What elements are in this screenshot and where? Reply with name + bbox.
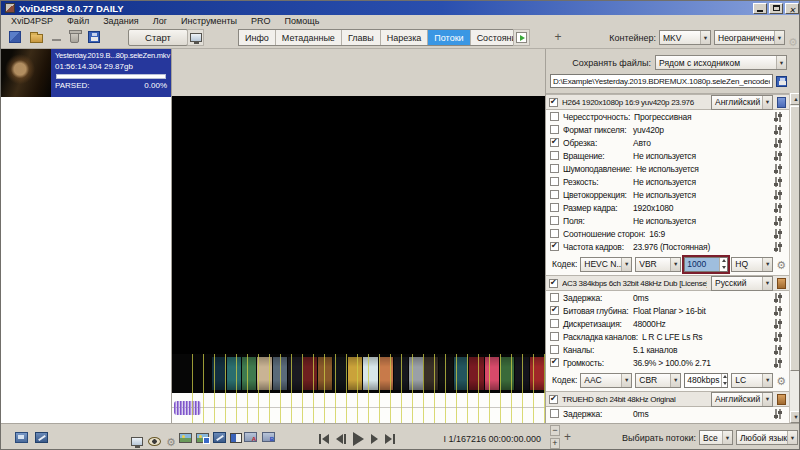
profile-select[interactable]: HQ [731, 257, 773, 272]
setting-checkbox[interactable] [550, 293, 559, 302]
play-button[interactable] [353, 432, 364, 446]
codec-settings-gear-icon[interactable] [776, 371, 786, 389]
next-frame-button[interactable] [371, 434, 378, 444]
filter-settings-icon[interactable] [773, 125, 783, 135]
setting-checkbox[interactable] [550, 345, 559, 354]
compare-b-icon[interactable] [262, 432, 275, 442]
setting-checkbox[interactable] [550, 319, 559, 328]
language-filter-select[interactable]: Любой язык [736, 430, 798, 445]
filter-settings-icon[interactable] [773, 138, 783, 148]
container-limit-select[interactable]: Неограниченн... [714, 30, 785, 45]
log-book-icon[interactable] [230, 433, 242, 443]
setting-checkbox[interactable] [550, 229, 559, 238]
tab-metadata[interactable]: Метаданные [276, 30, 342, 45]
setting-checkbox[interactable] [550, 358, 559, 367]
bitrate-spinner[interactable] [721, 374, 727, 387]
frame-save-icon[interactable] [15, 432, 28, 443]
setting-checkbox[interactable] [550, 409, 559, 418]
filter-settings-icon[interactable] [773, 151, 783, 161]
setting-checkbox[interactable] [550, 112, 559, 121]
preview-eye-icon[interactable] [148, 437, 161, 446]
start-button[interactable]: Старт [128, 29, 188, 46]
menu-item-tasks[interactable]: Задания [96, 16, 146, 26]
go-last-frame-button[interactable] [385, 434, 395, 444]
setting-checkbox[interactable] [550, 151, 559, 160]
setting-checkbox[interactable] [550, 216, 559, 225]
setting-checkbox[interactable] [550, 138, 559, 147]
filter-settings-icon[interactable] [773, 164, 783, 174]
filter-settings-icon[interactable] [773, 112, 783, 122]
menu-item-xvid4psp[interactable]: XviD4PSP [4, 16, 60, 26]
snapshot-icon[interactable] [179, 433, 192, 443]
filter-settings-icon[interactable] [773, 242, 783, 252]
stream-checkbox[interactable] [549, 279, 558, 288]
filter-settings-icon[interactable] [773, 190, 783, 200]
menu-item-tools[interactable]: Инструменты [174, 16, 244, 26]
minimize-button[interactable] [753, 3, 767, 14]
setting-checkbox[interactable] [550, 177, 559, 186]
filter-settings-icon[interactable] [773, 216, 783, 226]
filter-settings-icon[interactable] [773, 319, 783, 329]
snapshot-add-icon[interactable] [196, 433, 209, 443]
setting-checkbox[interactable] [550, 164, 559, 173]
filter-settings-icon[interactable] [773, 358, 783, 368]
setting-checkbox[interactable] [550, 190, 559, 199]
bitrate-input[interactable]: 480kbps [684, 373, 728, 388]
rate-mode-select[interactable]: VBR [635, 257, 681, 272]
rate-mode-select[interactable]: CBR [635, 373, 681, 388]
codec-select[interactable]: AAC [580, 373, 632, 388]
menu-item-log[interactable]: Лог [146, 16, 174, 26]
menu-item-help[interactable]: Помощь [278, 16, 327, 26]
setting-checkbox[interactable] [550, 242, 559, 251]
streams-filter-select[interactable]: Все [699, 430, 733, 445]
fullscreen-monitor-icon[interactable] [131, 437, 143, 446]
bitrate-value[interactable]: 480kbps [685, 374, 721, 387]
spin-down-icon[interactable] [722, 380, 727, 387]
filter-settings-icon[interactable] [773, 332, 783, 342]
go-first-frame-button[interactable] [319, 434, 329, 444]
scroll-up-button[interactable] [790, 93, 800, 105]
filter-settings-icon[interactable] [773, 345, 783, 355]
filter-settings-icon[interactable] [773, 203, 783, 213]
filter-settings-icon[interactable] [773, 293, 783, 303]
bitrate-input[interactable]: 1000 [684, 257, 728, 272]
frame-tools-icon[interactable] [35, 432, 48, 443]
filters-tools-icon[interactable] [213, 432, 226, 443]
add-stream-button[interactable]: + [564, 430, 571, 444]
setting-checkbox[interactable] [550, 306, 559, 315]
scroll-thumb[interactable] [790, 106, 800, 371]
timeline-waveform[interactable] [172, 393, 545, 423]
tab-streams[interactable]: Потоки [428, 30, 470, 45]
stream-language-select[interactable]: Русский [711, 276, 773, 291]
add-stream-top-button[interactable]: + [552, 29, 564, 45]
filter-settings-icon[interactable] [773, 306, 783, 316]
setting-checkbox[interactable] [550, 203, 559, 212]
codec-settings-gear-icon[interactable] [776, 255, 786, 273]
preview-monitor-button[interactable] [187, 29, 204, 46]
open-folder-icon[interactable] [30, 34, 43, 43]
scroll-down-button[interactable] [790, 411, 800, 423]
save-mode-select[interactable]: Рядом с исходником [655, 55, 787, 70]
stream-language-select[interactable]: Английский [711, 392, 773, 407]
add-file-icon[interactable] [9, 31, 21, 43]
tab-cutting[interactable]: Нарезка [381, 30, 429, 45]
clear-list-icon[interactable] [70, 32, 79, 43]
bitrate-spinner[interactable] [719, 258, 727, 271]
container-settings-gear-icon[interactable] [788, 32, 798, 50]
menu-item-pro[interactable]: PRO [244, 16, 278, 26]
filter-settings-icon[interactable] [773, 229, 783, 239]
preview-settings-gear-icon[interactable] [166, 432, 176, 450]
codec-select[interactable]: HEVC N... [580, 257, 632, 272]
bitrate-value[interactable]: 1000 [685, 258, 719, 271]
menu-item-file[interactable]: Файл [60, 16, 96, 26]
save-icon[interactable] [88, 31, 100, 43]
player-button[interactable] [513, 29, 530, 46]
tab-info[interactable]: Инфо [239, 30, 276, 45]
save-path-icon[interactable] [776, 76, 787, 87]
close-button[interactable] [785, 3, 799, 14]
stream-checkbox[interactable] [549, 98, 558, 107]
profile-select[interactable]: LC [731, 373, 773, 388]
file-item[interactable]: Yesterday.2019.B...80p.seleZen.mkv 01:56… [1, 49, 171, 97]
prev-frame-button[interactable] [336, 434, 346, 444]
spin-down-icon[interactable] [720, 264, 727, 271]
